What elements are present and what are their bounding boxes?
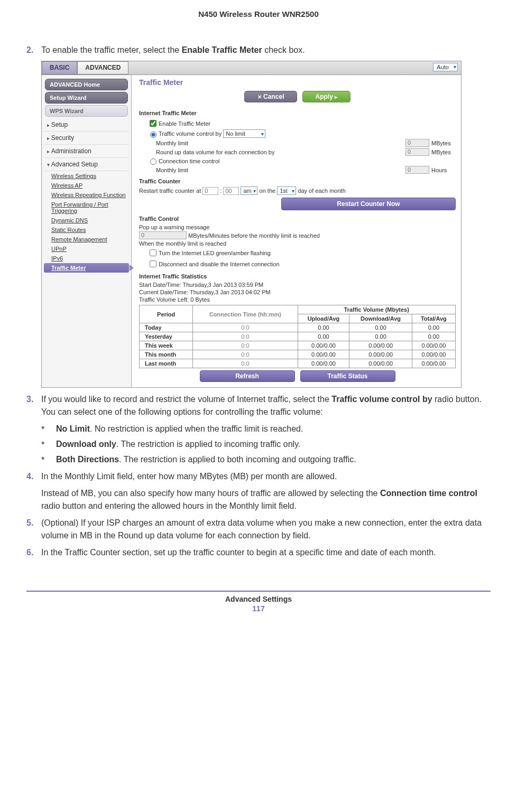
counter-ampm-select[interactable]: am: [241, 186, 257, 195]
bullet-icon: •: [41, 423, 56, 435]
nav-wps-wizard[interactable]: WPS Wizard: [45, 105, 128, 117]
t-bold: Both Directions: [56, 455, 119, 464]
section-traffic-control: Traffic Control: [139, 216, 456, 222]
label: Pop up a warning message: [139, 224, 456, 230]
table-row: This week0:00.00/0.000.00/0.000.00/0.00: [140, 341, 456, 350]
bullet-download-only: • Download only. The restriction is appl…: [41, 438, 491, 451]
unit: MBytes: [431, 149, 456, 155]
cell-download: 0.00: [349, 332, 412, 341]
monthly-limit-hours-input[interactable]: 0: [405, 166, 429, 174]
nav-administration[interactable]: Administration: [44, 145, 129, 158]
doc-header: N450 Wireless Router WNR2500: [26, 5, 491, 40]
table-row: Today0:00.000.000.00: [140, 323, 456, 332]
nav-advanced-home[interactable]: ADVANCED Home: [45, 79, 128, 90]
nav-dynamic-dns[interactable]: Dynamic DNS: [44, 216, 129, 225]
cell-period: Today: [140, 323, 193, 332]
cancel-button[interactable]: Cancel: [244, 91, 297, 102]
unit: MBytes: [431, 140, 456, 146]
nav-wireless-ap[interactable]: Wireless AP: [44, 181, 129, 190]
nav-upnp[interactable]: UPnP: [44, 244, 129, 254]
traffic-status-button[interactable]: Traffic Status: [300, 370, 395, 382]
nav-advanced-setup[interactable]: Advanced Setup: [44, 158, 129, 171]
step-3: 3. If you would like to record and restr…: [26, 393, 491, 418]
apply-button[interactable]: Apply: [302, 91, 350, 102]
nav-setup[interactable]: Setup: [44, 118, 129, 132]
nav-remote-management[interactable]: Remote Management: [44, 235, 129, 244]
cell-total: 0.00/0.00: [412, 341, 455, 350]
cell-upload: 0.00: [298, 332, 349, 341]
th-total: Total/Avg: [412, 314, 455, 323]
traffic-volume-control-radio[interactable]: [150, 132, 156, 138]
step-text: (Optional) If your ISP charges an amount…: [41, 517, 491, 542]
nav-traffic-meter[interactable]: Traffic Meter: [44, 263, 129, 273]
nav-wireless-repeating[interactable]: Wireless Repeating Function: [44, 190, 129, 200]
step-text: To enable the traffic meter, select the …: [41, 44, 491, 57]
doc-footer: Advanced Settings 117: [26, 591, 491, 613]
counter-day-select[interactable]: 1st: [277, 186, 296, 195]
cell-upload: 0.00/0.00: [298, 341, 349, 350]
monthly-limit-input[interactable]: 0: [405, 139, 429, 147]
nav-setup-wizard[interactable]: Setup Wizard: [45, 92, 128, 104]
cell-connection: 0:0: [193, 350, 298, 359]
step-4-para: Instead of MB, you can also specify how …: [41, 487, 491, 512]
t-bold: Download only: [56, 440, 116, 449]
label: Traffic volume control by: [159, 130, 221, 137]
tab-basic[interactable]: BASIC: [42, 61, 77, 74]
footer-title: Advanced Settings: [26, 595, 491, 603]
enable-traffic-meter-checkbox[interactable]: [150, 120, 156, 127]
step-num: 5.: [26, 517, 41, 542]
footer-page-number: 117: [26, 604, 491, 613]
restart-counter-button[interactable]: Restart Counter Now: [281, 198, 456, 210]
th-connection-time: Connection Time (hh:mm): [193, 305, 298, 323]
stats-left: Traffic Volume Left: 0 Bytes: [139, 296, 456, 303]
cell-total: 0.00: [412, 323, 455, 332]
nav-static-routes[interactable]: Static Routes: [44, 225, 129, 235]
th-download: Download/Avg: [349, 314, 412, 323]
nav-wireless-settings[interactable]: Wireless Settings: [44, 171, 129, 181]
t: Instead of MB, you can also specify how …: [41, 489, 380, 498]
nav-port-forwarding[interactable]: Port Forwarding / Port Triggering: [44, 200, 129, 216]
step-num: 3.: [26, 393, 41, 418]
cell-connection: 0:0: [193, 341, 298, 350]
label: When the monthly limit is reached: [139, 240, 456, 247]
label: MBytes/Minutes before the monthly limit …: [188, 232, 320, 239]
warning-threshold-input[interactable]: 0: [139, 231, 187, 239]
t-bold: Connection time control: [380, 489, 477, 498]
led-flash-checkbox[interactable]: [150, 249, 156, 256]
counter-minute-input[interactable]: 00: [223, 187, 239, 195]
volume-control-select[interactable]: No limit: [223, 129, 265, 138]
cell-download: 0.00/0.00: [349, 359, 412, 368]
section-traffic-counter: Traffic Counter: [139, 178, 456, 184]
top-bar: BASIC ADVANCED Auto: [42, 61, 461, 75]
t: . No restriction is applied when the tra…: [90, 424, 303, 433]
table-row: Last month0:00.00/0.000.00/0.000.00/0.00: [140, 359, 456, 368]
cell-download: 0.00/0.00: [349, 341, 412, 350]
cell-upload: 0.00: [298, 323, 349, 332]
label: Enable Traffic Meter: [159, 120, 210, 127]
tab-advanced[interactable]: ADVANCED: [77, 61, 128, 74]
counter-hour-input[interactable]: 0: [202, 187, 218, 195]
step-4: 4. In the Monthly Limit field, enter how…: [26, 470, 491, 483]
disconnect-checkbox[interactable]: [150, 260, 156, 267]
refresh-button[interactable]: Refresh: [200, 370, 295, 382]
cell-upload: 0.00/0.00: [298, 350, 349, 359]
nav-security[interactable]: Security: [44, 132, 129, 145]
language-select[interactable]: Auto: [433, 63, 458, 71]
th-period: Period: [140, 305, 193, 323]
nav-ipv6[interactable]: IPv6: [44, 254, 129, 263]
cell-total: 0.00/0.00: [412, 359, 455, 368]
step-num: 2.: [26, 44, 41, 57]
roundup-input[interactable]: 0: [405, 148, 429, 156]
cell-connection: 0:0: [193, 323, 298, 332]
cell-download: 0.00/0.00: [349, 350, 412, 359]
cell-upload: 0.00/0.00: [298, 359, 349, 368]
connection-time-control-radio[interactable]: [150, 158, 156, 165]
stats-table: Period Connection Time (hh:mm) Traffic V…: [139, 305, 456, 368]
unit: Hours: [431, 167, 456, 173]
table-row: Yesterday0:00.000.000.00: [140, 332, 456, 341]
stats-start: Start Date/Time: Thursday,3 Jan 2013 03:…: [139, 282, 456, 288]
th-traffic-volume: Traffic Volume (Mbytes): [298, 305, 456, 314]
label: Disconnect and disable the Internet conn…: [159, 261, 280, 267]
cell-period: This week: [140, 341, 193, 350]
t: To enable the traffic meter, select the: [41, 45, 182, 54]
